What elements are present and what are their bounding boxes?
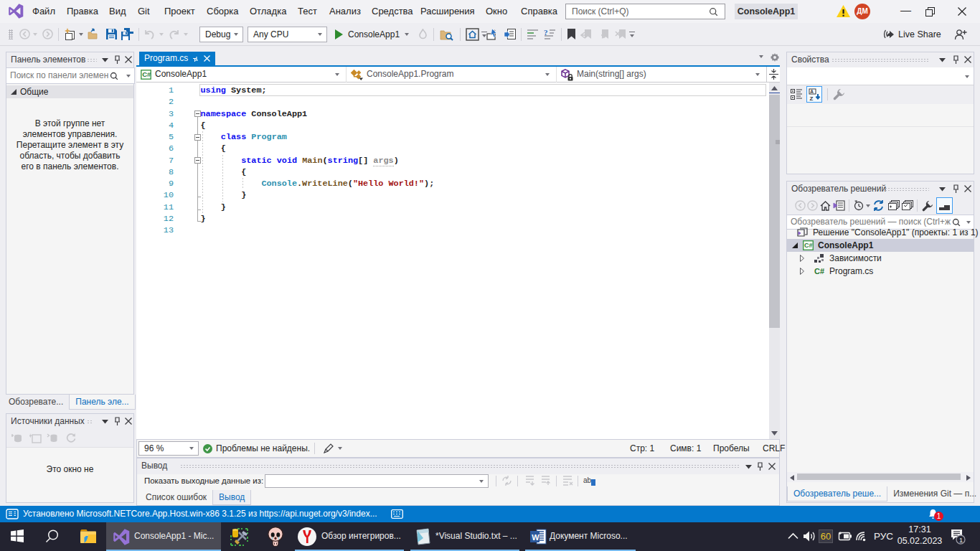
svg-text:C#: C#	[814, 267, 824, 276]
svg-text:W: W	[532, 533, 540, 542]
svg-text:C#: C#	[804, 242, 813, 249]
svg-text:ab: ab	[583, 476, 592, 484]
svg-text:A: A	[810, 89, 814, 94]
svg-text:1: 1	[959, 537, 963, 544]
svg-text:Z: Z	[810, 95, 814, 101]
svg-text:C#: C#	[142, 70, 151, 78]
